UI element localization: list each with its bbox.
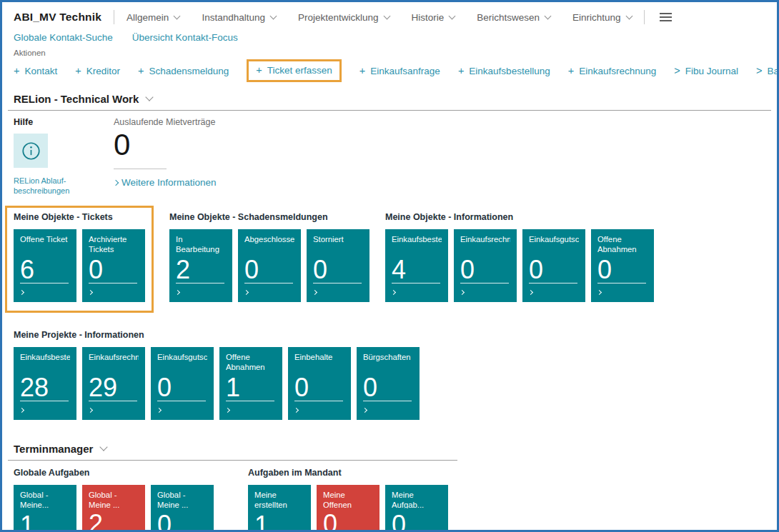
chevron-down-icon [625, 12, 632, 19]
action-bank-buch-blatt[interactable]: > Bank Buch.-Blatt [756, 65, 779, 76]
plus-icon: + [138, 65, 144, 76]
group-title: Aufgaben im Mandant [248, 468, 448, 478]
chevron-right-icon [113, 180, 119, 186]
tile-divider [20, 401, 69, 401]
tile-offene-abnahmen[interactable]: Offene Abnahmen 1 [219, 347, 282, 420]
help-tile[interactable] [14, 134, 48, 168]
tile-divider [392, 283, 440, 283]
action-schadensmeldung[interactable]: + Schadensmeldung [138, 65, 229, 76]
tile-global-meine-aufgaben[interactable]: Global - Meine... Aufgaben 1 [14, 485, 76, 532]
actions-label: Aktionen [14, 49, 765, 57]
tile-offene-abnahmen[interactable]: Offene Abnahmen 0 [591, 229, 654, 302]
chevron-right-icon [225, 408, 230, 413]
section-header-relion-technical-work[interactable]: RELion - Technical Work [14, 93, 765, 105]
hamburger-menu-icon[interactable] [657, 10, 675, 24]
tile-meine-offenen-aufgaben[interactable]: Meine Offenen Aufgaben 0 [317, 485, 379, 532]
quick-links-row: Globale Kontakt-Suche Übersicht Kontakt-… [2, 26, 777, 43]
help-title: Hilfe [14, 117, 84, 127]
chevron-down-icon [146, 93, 154, 101]
plus-icon: + [359, 65, 365, 76]
menu-item-historie[interactable]: Historie [412, 12, 455, 23]
menu-item-allgemein[interactable]: Allgemein [126, 12, 179, 23]
vertical-divider [644, 10, 645, 24]
kpi-label: Auslaufende Mietverträge [114, 117, 217, 127]
plus-icon: + [256, 64, 262, 76]
tile-divider [294, 401, 343, 401]
action-einkaufsrechnung[interactable]: + Einkaufsrechnung [568, 65, 657, 76]
action-kreditor[interactable]: + Kreditor [75, 65, 120, 76]
group-title: Meine Objekte - Informationen [385, 212, 654, 222]
section-divider [8, 460, 457, 461]
tile-buergschaften[interactable]: Bürgschaften 0 [357, 347, 420, 420]
chevron-right-icon [244, 290, 249, 295]
tile-meine-erstellten-aufgaben[interactable]: Meine erstellten Aufgaben 1 [248, 485, 311, 532]
tile-divider [529, 283, 577, 283]
chevron-right-icon [312, 290, 317, 295]
action-fibu-journal[interactable]: > Fibu Journal [674, 65, 738, 76]
role-center-window: ABI_MV Technik Allgemein Instandhaltung … [0, 0, 779, 532]
tile-global-meine-aufgaben-offen[interactable]: Global -Meine ... Aufgaben 2 [82, 485, 145, 532]
chevron-right-icon: > [674, 65, 680, 76]
tile-row-objekte: Meine Objekte - Tickets Offene Ticket 6 … [14, 212, 765, 313]
chevron-down-icon [270, 12, 277, 19]
chevron-down-icon [174, 12, 181, 19]
section-divider [8, 110, 771, 111]
tile-einbehalte[interactable]: Einbehalte 0 [288, 347, 351, 420]
section-header-terminmanager[interactable]: Terminmanager [14, 443, 765, 455]
kpi-value[interactable]: 0 [114, 128, 217, 162]
chevron-down-icon [100, 443, 108, 451]
plus-icon: + [14, 65, 19, 76]
tile-divider [313, 283, 362, 283]
action-einkaufsanfrage[interactable]: + Einkaufsanfrage [359, 65, 440, 76]
top-navigation-bar: ABI_MV Technik Allgemein Instandhaltung … [2, 2, 777, 26]
tile-einkaufsrechnungen[interactable]: Einkaufsrechnu... 0 [454, 229, 517, 302]
tile-einkaufsgutschriften[interactable]: Einkaufsgutsch... 0 [522, 229, 585, 302]
chevron-right-icon [19, 408, 24, 413]
menu-item-instandhaltung[interactable]: Instandhaltung [202, 12, 276, 23]
group-title: Meine Objekte - Schadensmeldungen [169, 212, 369, 222]
menu-item-einrichtung[interactable]: Einrichtung [572, 12, 632, 23]
chevron-right-icon [294, 408, 299, 413]
overview-row: Hilfe RELion Ablauf- beschreibungen Ausl… [14, 117, 765, 196]
menu-bar: Allgemein Instandhaltung Projektentwickl… [126, 12, 632, 23]
tile-storniert[interactable]: Storniert 0 [307, 229, 369, 302]
tile-divider [157, 401, 206, 401]
tile-in-bearbeitung[interactable]: In Bearbeitung 2 [169, 229, 232, 302]
tile-archivierte-tickets[interactable]: Archivierte Tickets 0 [82, 229, 145, 302]
actions-row: + Kontakt + Kreditor + Schadensmeldung +… [14, 58, 765, 84]
tile-global-meine-in-bearbeitung[interactable]: Global -Meine ... in Bearbeitung 0 [151, 485, 214, 532]
tile-einkaufsrechnungen[interactable]: Einkaufsrechnu... 29 [82, 347, 145, 420]
plus-icon: + [458, 65, 464, 76]
link-uebersicht-kontakt-focus[interactable]: Übersicht Kontakt-Focus [132, 32, 238, 43]
tile-offene-ticket[interactable]: Offene Ticket 6 [14, 229, 76, 302]
tile-meine-aufgaben-bearbeitung[interactable]: Meine Aufgab... Bearbeitung 0 [385, 485, 448, 532]
kpi-divider [114, 169, 167, 169]
group-meine-objekte-schadensmeldungen: Meine Objekte - Schadensmeldungen In Bea… [169, 212, 369, 302]
highlight-box-meine-objekte-tickets: Meine Objekte - Tickets Offene Ticket 6 … [5, 206, 154, 313]
kpi-more-info-link[interactable]: Weitere Informationen [114, 177, 217, 188]
help-column: Hilfe RELion Ablauf- beschreibungen [14, 117, 84, 196]
menu-item-projektentwicklung[interactable]: Projektentwicklung [298, 12, 390, 23]
chevron-right-icon: > [756, 65, 762, 76]
tile-row-projekte: Meine Projekte - Informationen Einkaufsb… [14, 330, 765, 420]
menu-item-berichtswesen[interactable]: Berichtswesen [477, 12, 550, 23]
action-ticket-erfassen[interactable]: + Ticket erfassen [256, 64, 332, 76]
app-title[interactable]: ABI_MV Technik [14, 11, 101, 24]
tile-divider [20, 283, 69, 283]
tile-abgeschlossen[interactable]: Abgeschlossen 0 [238, 229, 301, 302]
link-globale-kontakt-suche[interactable]: Globale Kontakt-Suche [14, 32, 113, 43]
tile-einkaufsbestellungen[interactable]: Einkaufsbestell... 28 [14, 347, 76, 420]
action-einkaufsbestellung[interactable]: + Einkaufsbestellung [458, 65, 550, 76]
chevron-right-icon [391, 290, 396, 295]
group-title: Meine Projekte - Informationen [14, 330, 420, 340]
chevron-right-icon [362, 408, 367, 413]
kpi-column: Auslaufende Mietverträge 0 Weitere Infor… [114, 117, 217, 196]
group-meine-objekte-tickets: Meine Objekte - Tickets Offene Ticket 6 … [14, 212, 145, 302]
chevron-right-icon [597, 290, 602, 295]
tile-divider [226, 401, 274, 401]
action-kontakt[interactable]: + Kontakt [14, 65, 57, 76]
help-caption-link[interactable]: RELion Ablauf- beschreibungen [14, 176, 84, 196]
tile-einkaufsbestellungen[interactable]: Einkaufsbestell... 4 [385, 229, 448, 302]
tile-einkaufsgutschriften[interactable]: Einkaufsgutsch... 0 [151, 347, 214, 420]
group-meine-objekte-informationen: Meine Objekte - Informationen Einkaufsbe… [385, 212, 654, 302]
